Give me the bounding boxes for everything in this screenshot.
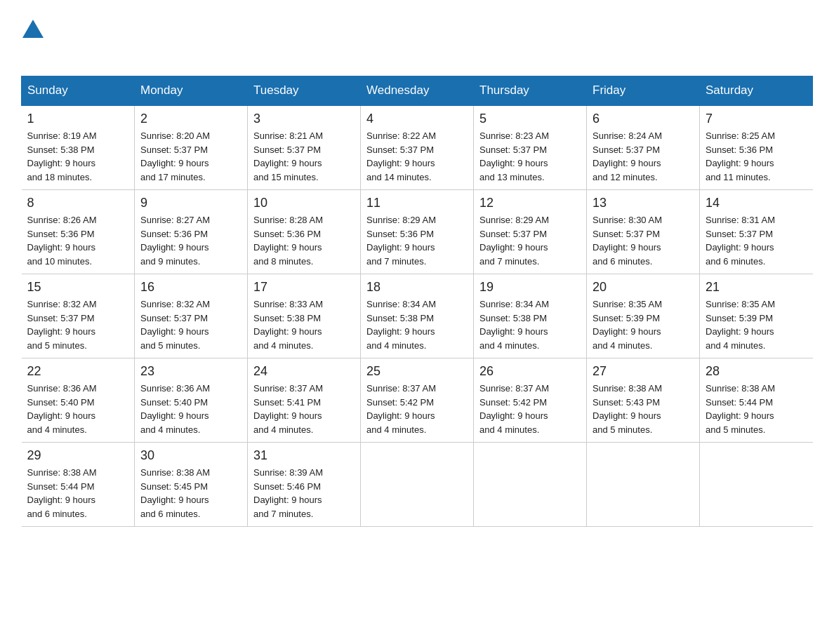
day-cell: 27Sunrise: 8:38 AMSunset: 5:43 PMDayligh…: [587, 358, 700, 443]
day-info: Sunrise: 8:27 AMSunset: 5:36 PMDaylight:…: [140, 213, 241, 268]
day-cell: [361, 443, 474, 527]
day-info: Sunrise: 8:36 AMSunset: 5:40 PMDaylight:…: [140, 382, 241, 436]
day-number: 13: [593, 196, 694, 210]
day-info: Sunrise: 8:35 AMSunset: 5:39 PMDaylight:…: [706, 297, 807, 352]
day-info: Sunrise: 8:24 AMSunset: 5:37 PMDaylight:…: [593, 129, 694, 184]
header-cell-wednesday: Wednesday: [361, 76, 474, 106]
day-number: 2: [140, 112, 241, 126]
day-number: 20: [593, 280, 694, 295]
day-info: Sunrise: 8:19 AMSunset: 5:38 PMDaylight:…: [27, 129, 129, 184]
day-info: Sunrise: 8:35 AMSunset: 5:39 PMDaylight:…: [593, 297, 694, 352]
day-cell: 1Sunrise: 8:19 AMSunset: 5:38 PMDaylight…: [22, 105, 135, 190]
day-number: 12: [479, 196, 581, 210]
day-number: 31: [253, 448, 355, 463]
day-cell: 24Sunrise: 8:37 AMSunset: 5:41 PMDayligh…: [248, 358, 361, 443]
day-number: 28: [706, 364, 807, 379]
day-number: 22: [27, 364, 129, 379]
day-number: 4: [366, 112, 468, 126]
header-cell-tuesday: Tuesday: [248, 76, 361, 106]
day-info: Sunrise: 8:23 AMSunset: 5:37 PMDaylight:…: [479, 129, 581, 184]
day-cell: 3Sunrise: 8:21 AMSunset: 5:37 PMDaylight…: [248, 105, 361, 190]
day-info: Sunrise: 8:29 AMSunset: 5:37 PMDaylight:…: [479, 213, 581, 268]
week-row-1: 1Sunrise: 8:19 AMSunset: 5:38 PMDaylight…: [22, 105, 813, 190]
day-number: 29: [27, 448, 129, 463]
day-cell: 16Sunrise: 8:32 AMSunset: 5:37 PMDayligh…: [135, 274, 248, 358]
day-cell: 7Sunrise: 8:25 AMSunset: 5:36 PMDaylight…: [700, 105, 813, 190]
day-number: 10: [253, 196, 355, 210]
day-info: Sunrise: 8:34 AMSunset: 5:38 PMDaylight:…: [366, 297, 468, 352]
day-number: 7: [706, 112, 807, 126]
day-info: Sunrise: 8:32 AMSunset: 5:37 PMDaylight:…: [140, 297, 241, 352]
week-row-5: 29Sunrise: 8:38 AMSunset: 5:44 PMDayligh…: [22, 443, 813, 527]
week-row-4: 22Sunrise: 8:36 AMSunset: 5:40 PMDayligh…: [22, 358, 813, 443]
day-info: Sunrise: 8:34 AMSunset: 5:38 PMDaylight:…: [479, 297, 581, 352]
day-info: Sunrise: 8:28 AMSunset: 5:36 PMDaylight:…: [253, 213, 355, 268]
header-cell-monday: Monday: [135, 76, 248, 106]
day-cell: 4Sunrise: 8:22 AMSunset: 5:37 PMDaylight…: [361, 105, 474, 190]
header-cell-saturday: Saturday: [700, 76, 813, 106]
day-cell: 29Sunrise: 8:38 AMSunset: 5:44 PMDayligh…: [22, 443, 135, 527]
day-number: 15: [27, 280, 129, 295]
day-info: Sunrise: 8:36 AMSunset: 5:40 PMDaylight:…: [27, 382, 129, 436]
svg-marker-0: [22, 20, 44, 38]
day-cell: 5Sunrise: 8:23 AMSunset: 5:37 PMDaylight…: [474, 105, 587, 190]
day-number: 26: [479, 364, 581, 379]
day-info: Sunrise: 8:38 AMSunset: 5:44 PMDaylight:…: [27, 466, 129, 521]
day-info: Sunrise: 8:20 AMSunset: 5:37 PMDaylight:…: [140, 129, 241, 184]
day-number: 3: [253, 112, 355, 126]
day-cell: 17Sunrise: 8:33 AMSunset: 5:38 PMDayligh…: [248, 274, 361, 358]
calendar-header: SundayMondayTuesdayWednesdayThursdayFrid…: [22, 76, 813, 106]
day-info: Sunrise: 8:29 AMSunset: 5:36 PMDaylight:…: [366, 213, 468, 268]
logo-triangle-icon: [22, 20, 44, 38]
day-cell: 23Sunrise: 8:36 AMSunset: 5:40 PMDayligh…: [135, 358, 248, 443]
day-number: 27: [593, 364, 694, 379]
day-number: 19: [479, 280, 581, 295]
calendar-body: 1Sunrise: 8:19 AMSunset: 5:38 PMDaylight…: [22, 105, 813, 527]
day-number: 8: [27, 196, 129, 210]
day-cell: 15Sunrise: 8:32 AMSunset: 5:37 PMDayligh…: [22, 274, 135, 358]
page-header: [21, 14, 813, 62]
day-info: Sunrise: 8:31 AMSunset: 5:37 PMDaylight:…: [706, 213, 807, 268]
calendar-table: SundayMondayTuesdayWednesdayThursdayFrid…: [21, 76, 813, 527]
day-cell: 12Sunrise: 8:29 AMSunset: 5:37 PMDayligh…: [474, 190, 587, 274]
day-cell: 28Sunrise: 8:38 AMSunset: 5:44 PMDayligh…: [700, 358, 813, 443]
day-info: Sunrise: 8:26 AMSunset: 5:36 PMDaylight:…: [27, 213, 129, 268]
header-cell-thursday: Thursday: [474, 76, 587, 106]
day-cell: 30Sunrise: 8:38 AMSunset: 5:45 PMDayligh…: [135, 443, 248, 527]
day-number: 6: [593, 112, 694, 126]
day-number: 14: [706, 196, 807, 210]
day-cell: 11Sunrise: 8:29 AMSunset: 5:36 PMDayligh…: [361, 190, 474, 274]
day-info: Sunrise: 8:37 AMSunset: 5:41 PMDaylight:…: [253, 382, 355, 436]
day-number: 23: [140, 364, 241, 379]
day-number: 1: [27, 112, 129, 126]
day-info: Sunrise: 8:30 AMSunset: 5:37 PMDaylight:…: [593, 213, 694, 268]
day-info: Sunrise: 8:33 AMSunset: 5:38 PMDaylight:…: [253, 297, 355, 352]
day-cell: [474, 443, 587, 527]
day-info: Sunrise: 8:32 AMSunset: 5:37 PMDaylight:…: [27, 297, 129, 352]
day-cell: 22Sunrise: 8:36 AMSunset: 5:40 PMDayligh…: [22, 358, 135, 443]
day-number: 30: [140, 448, 241, 463]
day-cell: 25Sunrise: 8:37 AMSunset: 5:42 PMDayligh…: [361, 358, 474, 443]
day-info: Sunrise: 8:22 AMSunset: 5:37 PMDaylight:…: [366, 129, 468, 184]
day-number: 25: [366, 364, 468, 379]
day-number: 9: [140, 196, 241, 210]
logo: [21, 21, 44, 62]
day-number: 17: [253, 280, 355, 295]
day-cell: [587, 443, 700, 527]
day-number: 16: [140, 280, 241, 295]
day-info: Sunrise: 8:38 AMSunset: 5:45 PMDaylight:…: [140, 466, 241, 521]
day-cell: 8Sunrise: 8:26 AMSunset: 5:36 PMDaylight…: [22, 190, 135, 274]
day-info: Sunrise: 8:38 AMSunset: 5:44 PMDaylight:…: [706, 382, 807, 436]
day-cell: 26Sunrise: 8:37 AMSunset: 5:42 PMDayligh…: [474, 358, 587, 443]
day-info: Sunrise: 8:37 AMSunset: 5:42 PMDaylight:…: [366, 382, 468, 436]
day-info: Sunrise: 8:21 AMSunset: 5:37 PMDaylight:…: [253, 129, 355, 184]
day-cell: 6Sunrise: 8:24 AMSunset: 5:37 PMDaylight…: [587, 105, 700, 190]
day-number: 5: [479, 112, 581, 126]
day-number: 11: [366, 196, 468, 210]
day-cell: 2Sunrise: 8:20 AMSunset: 5:37 PMDaylight…: [135, 105, 248, 190]
day-cell: 14Sunrise: 8:31 AMSunset: 5:37 PMDayligh…: [700, 190, 813, 274]
day-cell: 31Sunrise: 8:39 AMSunset: 5:46 PMDayligh…: [248, 443, 361, 527]
day-info: Sunrise: 8:38 AMSunset: 5:43 PMDaylight:…: [593, 382, 694, 436]
day-info: Sunrise: 8:25 AMSunset: 5:36 PMDaylight:…: [706, 129, 807, 184]
day-cell: 21Sunrise: 8:35 AMSunset: 5:39 PMDayligh…: [700, 274, 813, 358]
